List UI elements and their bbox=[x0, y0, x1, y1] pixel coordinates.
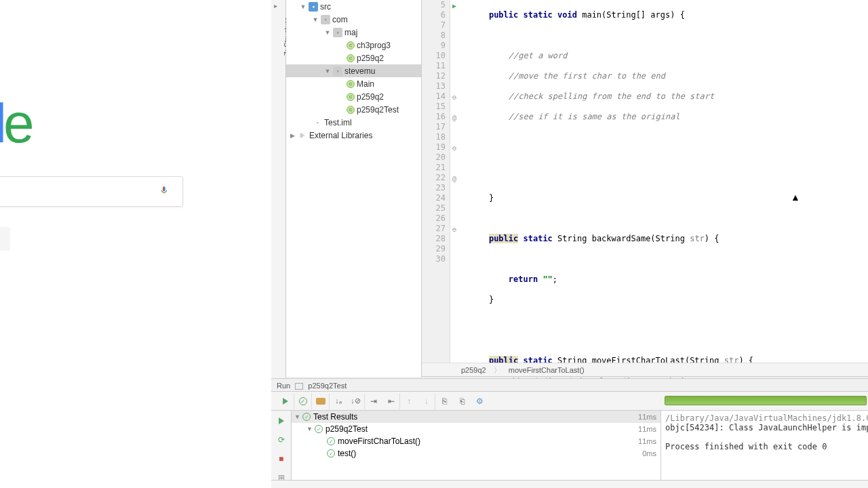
stop-side-button[interactable]: ■ bbox=[273, 450, 290, 468]
structure-icon: ▸ bbox=[274, 2, 277, 9]
tree-class-ch3prog3[interactable]: cch3prog3 bbox=[286, 39, 421, 52]
tree-label: External Libraries bbox=[309, 131, 372, 140]
test-side-toolbar: ⟳ ■ ⊞ bbox=[271, 411, 292, 480]
test-progress-bar bbox=[665, 396, 867, 405]
debug-side-button[interactable]: ⟳ bbox=[273, 431, 290, 449]
collapse-all-button[interactable]: ⇤ bbox=[382, 393, 400, 409]
tree-label: p259q2Test bbox=[357, 105, 399, 115]
run-panel-tab[interactable]: Run p259q2Test bbox=[271, 378, 868, 392]
test-label: moveFirstCharToLast() bbox=[338, 436, 420, 446]
code-editor[interactable]: 5▶ 678 91011 1213 14⊖ 15 16@ 1718 19⊖ 20… bbox=[422, 0, 868, 363]
breadcrumb[interactable]: p259q2 〉 moveFirstCharToLast() bbox=[422, 363, 868, 377]
tree-class-main[interactable]: cMain bbox=[286, 77, 421, 90]
test-time: 11ms bbox=[638, 413, 656, 421]
toggle-passed-button[interactable]: ✓ bbox=[294, 393, 312, 409]
project-tree[interactable]: ▼▪src ▼▫com ▼▫maj cch3prog3 cp259q2 ▼▫st… bbox=[286, 0, 422, 377]
run-gutter-icon[interactable]: ▶ bbox=[452, 1, 456, 11]
tree-label: Test.iml bbox=[324, 118, 352, 127]
breadcrumb-method[interactable]: moveFirstCharToLast() bbox=[509, 366, 585, 374]
toggle-ignored-button[interactable] bbox=[312, 393, 330, 409]
test-time: 11ms bbox=[638, 425, 656, 433]
tree-label: stevemu bbox=[344, 66, 375, 76]
tree-class-p259q2-maj[interactable]: cp259q2 bbox=[286, 52, 421, 64]
import-button[interactable]: ⎗ bbox=[453, 393, 471, 409]
browser-google-homepage: oogle I'm Feeling Lucky bbox=[0, 0, 271, 488]
test-case-1[interactable]: ✓ moveFirstCharToLast() 11ms bbox=[292, 435, 660, 447]
test-root[interactable]: ▼✓ Test Results 11ms bbox=[292, 411, 660, 423]
tree-folder-src[interactable]: ▼▪src bbox=[286, 0, 421, 13]
tree-label: ch3prog3 bbox=[357, 41, 391, 50]
ide-window: ▸ 7: Structure 2: Favorites ★ » ▼▪src ▼▫… bbox=[271, 0, 868, 488]
tree-label: Main bbox=[357, 79, 374, 89]
tree-label: p259q2 bbox=[357, 54, 384, 63]
next-failed-button[interactable]: ↓ bbox=[418, 393, 435, 409]
code-area[interactable]: public static void main(String[] args) {… bbox=[450, 0, 868, 363]
microphone-icon[interactable] bbox=[159, 184, 170, 200]
rerun-side-button[interactable] bbox=[273, 412, 290, 430]
sort-button[interactable]: ↓ₐ bbox=[330, 393, 347, 409]
export-button[interactable]: ⎘ bbox=[435, 393, 453, 409]
test-time: 0ms bbox=[642, 449, 656, 458]
run-label: Run bbox=[277, 382, 290, 390]
tree-label: maj bbox=[344, 28, 357, 37]
tree-label: com bbox=[332, 15, 348, 24]
test-case-2[interactable]: ✓ test() 0ms bbox=[292, 447, 660, 460]
tree-class-p259q2test[interactable]: cp259q2Test bbox=[286, 103, 421, 116]
tree-label: src bbox=[320, 2, 331, 12]
breadcrumb-class[interactable]: p259q2 bbox=[461, 366, 486, 374]
expand-all-button[interactable]: ⇥ bbox=[365, 393, 382, 409]
rerun-button[interactable] bbox=[277, 393, 294, 409]
tree-label: p259q2 bbox=[357, 92, 384, 102]
test-results-panel[interactable]: ⟳ ■ ⊞ ▼✓ Test Results 11ms ▼✓ p259q2Test… bbox=[292, 411, 661, 480]
test-label: Test Results bbox=[313, 412, 357, 422]
tree-class-p259q2[interactable]: cp259q2 bbox=[286, 90, 421, 103]
test-label: p259q2Test bbox=[326, 424, 368, 434]
tree-external-libraries[interactable]: ▶⊪External Libraries bbox=[286, 129, 421, 142]
test-time: 11ms bbox=[638, 437, 656, 445]
chevron-right-icon: 〉 bbox=[494, 366, 501, 374]
mouse-cursor-icon: ▲ bbox=[791, 192, 800, 203]
google-logo: oogle bbox=[0, 92, 31, 155]
prev-failed-button[interactable]: ↑ bbox=[400, 393, 418, 409]
feeling-lucky-button[interactable]: I'm Feeling Lucky bbox=[0, 227, 10, 251]
editor-gutter: 5▶ 678 91011 1213 14⊖ 15 16@ 1718 19⊖ 20… bbox=[422, 0, 450, 363]
bottom-strip bbox=[271, 480, 868, 488]
run-config-icon bbox=[295, 383, 303, 390]
run-config-name: p259q2Test bbox=[308, 382, 347, 390]
run-toolbar: ✓ ↓ₐ ↓⊘ ⇥ ⇤ ↑ ↓ ⎘ ⎗ ⚙ bbox=[271, 392, 868, 411]
tree-folder-stevemu[interactable]: ▼▫stevemu bbox=[286, 64, 421, 77]
search-input[interactable] bbox=[0, 176, 183, 207]
test-suite[interactable]: ▼✓ p259q2Test 11ms bbox=[292, 423, 660, 435]
tree-folder-com[interactable]: ▼▫com bbox=[286, 13, 421, 26]
tree-folder-maj[interactable]: ▼▫maj bbox=[286, 26, 421, 39]
console-output[interactable]: /Library/Java/JavaVirtualMachines/jdk1.8… bbox=[661, 411, 868, 480]
settings-button[interactable]: ⚙ bbox=[471, 393, 488, 409]
sort-duration-button[interactable]: ↓⊘ bbox=[347, 393, 365, 409]
tree-file-iml[interactable]: ▫Test.iml bbox=[286, 116, 421, 129]
test-label: test() bbox=[338, 449, 356, 458]
